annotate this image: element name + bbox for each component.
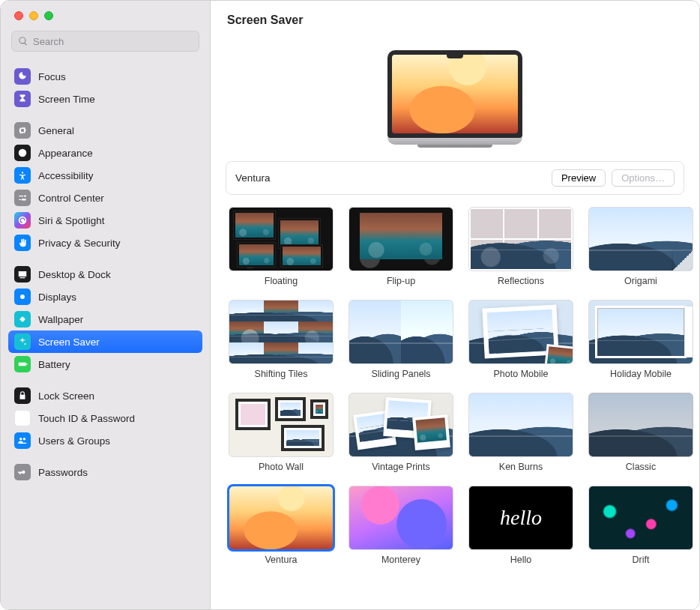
sidebar-item-label: Users & Groups bbox=[38, 435, 110, 447]
sidebar-item-lockscreen[interactable]: Lock Screen bbox=[8, 384, 202, 407]
sidebar-item-desktop[interactable]: Desktop & Dock bbox=[8, 263, 202, 286]
saver-thumbnail bbox=[588, 393, 693, 457]
saver-label: Ken Burns bbox=[499, 462, 543, 472]
saver-tile-floating[interactable]: Floating bbox=[229, 207, 334, 286]
sidebar-item-touchid[interactable]: Touch ID & Password bbox=[8, 407, 202, 429]
saver-tile-origami[interactable]: Origami bbox=[588, 207, 693, 286]
sidebar-item-accessibility[interactable]: Accessibility bbox=[8, 164, 202, 187]
search-field[interactable] bbox=[11, 31, 199, 52]
saver-tile-photomobile[interactable]: Photo Mobile bbox=[468, 300, 573, 379]
touchid-icon bbox=[14, 410, 31, 426]
sidebar-item-label: Accessibility bbox=[38, 170, 94, 181]
system-settings-window: FocusScreen TimeGeneralAppearanceAccessi… bbox=[1, 1, 699, 609]
search-input[interactable] bbox=[33, 36, 193, 47]
saver-tile-hello[interactable]: helloHello bbox=[468, 486, 573, 565]
saver-tile-monterey[interactable]: Monterey bbox=[349, 486, 453, 565]
sidebar-item-label: Screen Time bbox=[38, 94, 95, 105]
main-content: Screen Saver Ventura Preview bbox=[211, 1, 699, 609]
current-saver-name: Ventura bbox=[235, 172, 271, 184]
desktop-icon bbox=[14, 266, 31, 283]
saver-label: Photo Wall bbox=[259, 462, 304, 472]
preview-button[interactable]: Preview bbox=[552, 169, 606, 187]
sidebar-item-label: Control Center bbox=[38, 193, 104, 204]
sidebar-item-label: Battery bbox=[38, 359, 70, 370]
saver-tile-drift[interactable]: Drift bbox=[588, 486, 693, 565]
saver-label: Sliding Panels bbox=[371, 369, 430, 379]
screentime-icon bbox=[14, 91, 31, 107]
saver-label: Holiday Mobile bbox=[610, 369, 672, 379]
maximize-button[interactable] bbox=[44, 11, 53, 20]
sidebar-item-general[interactable]: General bbox=[8, 119, 202, 142]
saver-tile-classic[interactable]: Classic bbox=[588, 393, 693, 472]
displays-icon bbox=[14, 289, 31, 305]
sidebar-item-label: Screen Saver bbox=[38, 336, 100, 348]
sidebar-item-passwords[interactable]: Passwords bbox=[8, 461, 202, 483]
saver-tile-vintageprints[interactable]: Vintage Prints bbox=[349, 393, 453, 472]
sidebar-item-label: Displays bbox=[38, 292, 76, 303]
sidebar-item-wallpaper[interactable]: Wallpaper bbox=[8, 308, 202, 330]
saver-tile-reflections[interactable]: Reflections bbox=[468, 207, 573, 286]
saver-label: Flip-up bbox=[387, 276, 415, 286]
saver-tile-holidaymobile[interactable]: Holiday Mobile bbox=[588, 300, 693, 379]
sidebar-item-focus[interactable]: Focus bbox=[8, 65, 202, 88]
saver-thumbnail bbox=[229, 393, 334, 457]
saver-label: Vintage Prints bbox=[372, 462, 430, 472]
titlebar: Screen Saver bbox=[211, 1, 699, 40]
minimize-button[interactable] bbox=[29, 11, 38, 20]
saver-tile-shiftingtiles[interactable]: Shifting Tiles bbox=[229, 300, 334, 379]
privacy-icon bbox=[14, 235, 31, 251]
saver-tile-flipup[interactable]: Flip-up bbox=[349, 207, 453, 286]
sidebar-item-screensaver[interactable]: Screen Saver bbox=[8, 330, 202, 353]
sidebar-item-label: Privacy & Security bbox=[38, 238, 121, 249]
saver-label: Hello bbox=[510, 555, 532, 565]
sidebar-item-label: Touch ID & Password bbox=[38, 413, 135, 424]
battery-icon bbox=[14, 356, 31, 372]
sidebar-item-label: General bbox=[38, 125, 74, 136]
saver-thumbnail bbox=[588, 486, 693, 550]
saver-thumbnail bbox=[349, 393, 453, 457]
sidebar-item-controlcenter[interactable]: Control Center bbox=[8, 187, 202, 209]
saver-thumbnail bbox=[588, 207, 693, 271]
sidebar-item-privacy[interactable]: Privacy & Security bbox=[8, 232, 202, 254]
saver-thumbnail bbox=[349, 300, 453, 364]
saver-thumbnail bbox=[468, 300, 573, 364]
focus-icon bbox=[14, 68, 31, 85]
saver-tile-slidingpanels[interactable]: Sliding Panels bbox=[349, 300, 453, 379]
sidebar-item-appearance[interactable]: Appearance bbox=[8, 142, 202, 164]
saver-thumbnail bbox=[229, 207, 334, 271]
users-icon bbox=[14, 432, 31, 449]
saver-tile-kenburns[interactable]: Ken Burns bbox=[468, 393, 573, 472]
sidebar-item-battery[interactable]: Battery bbox=[8, 353, 202, 375]
options-button[interactable]: Options… bbox=[612, 169, 675, 187]
saver-thumbnail bbox=[229, 300, 334, 364]
saver-label: Floating bbox=[265, 276, 298, 286]
sidebar-list[interactable]: FocusScreen TimeGeneralAppearanceAccessi… bbox=[1, 59, 210, 609]
saver-tile-photowall[interactable]: Photo Wall bbox=[229, 393, 334, 472]
sidebar-item-users[interactable]: Users & Groups bbox=[8, 429, 202, 452]
accessibility-icon bbox=[14, 167, 31, 184]
saver-label: Classic bbox=[626, 462, 656, 472]
saver-thumbnail bbox=[468, 207, 573, 271]
saver-label: Shifting Tiles bbox=[255, 369, 308, 379]
sidebar-item-siri[interactable]: Siri & Spotlight bbox=[8, 209, 202, 232]
search-icon bbox=[18, 36, 28, 46]
page-title: Screen Saver bbox=[227, 13, 303, 27]
saver-label: Drift bbox=[633, 555, 650, 565]
saver-tile-ventura[interactable]: Ventura bbox=[229, 486, 334, 565]
content-scroll[interactable]: Ventura Preview Options… FloatingFlip-up… bbox=[211, 40, 699, 609]
sidebar-item-label: Desktop & Dock bbox=[38, 269, 111, 280]
saver-thumbnail bbox=[349, 486, 453, 550]
saver-label: Ventura bbox=[265, 555, 297, 565]
saver-label: Reflections bbox=[498, 276, 544, 286]
sidebar-item-label: Appearance bbox=[38, 148, 93, 159]
close-button[interactable] bbox=[14, 11, 23, 20]
sidebar-item-displays[interactable]: Displays bbox=[8, 286, 202, 308]
siri-icon bbox=[14, 212, 31, 229]
saver-thumbnail bbox=[349, 207, 453, 271]
preview-area bbox=[226, 40, 684, 157]
sidebar-item-label: Focus bbox=[38, 71, 66, 82]
preview-screen bbox=[392, 55, 518, 133]
sidebar-item-label: Wallpaper bbox=[38, 314, 83, 325]
appearance-icon bbox=[14, 145, 31, 161]
sidebar-item-screentime[interactable]: Screen Time bbox=[8, 88, 202, 110]
